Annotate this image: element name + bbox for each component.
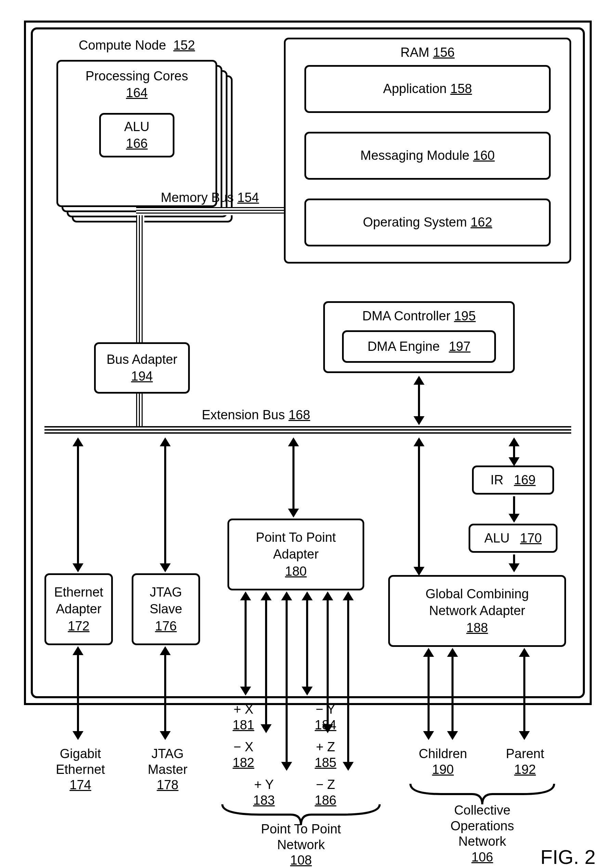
- p2p-adapter-label: Point To Point Adapter: [256, 529, 336, 563]
- collective-network-text: Collective Operations Network: [431, 803, 534, 849]
- alu2-label: ALU: [484, 530, 510, 547]
- ext-to-p2p-arrow: [292, 445, 294, 510]
- alu2-ref: 170: [520, 530, 542, 547]
- dma-engine-label: DMA Engine: [367, 338, 440, 355]
- extension-bus-ref: 168: [288, 408, 310, 422]
- memory-bus-horizontal: [136, 207, 284, 215]
- application-row: Application 158: [383, 80, 472, 97]
- extension-bus-text: Extension Bus: [202, 408, 285, 422]
- children-text: Children: [419, 747, 467, 761]
- ext-to-jtag-arrow: [164, 445, 166, 565]
- eth-out-arrow: [77, 654, 79, 733]
- dma-engine-box: DMA Engine 197: [342, 330, 496, 363]
- ram-ref: 156: [433, 45, 454, 60]
- parent-ref: 192: [514, 762, 536, 777]
- application-box: Application 158: [305, 65, 551, 113]
- gcn-adapter-box: Global Combining Network Adapter 188: [388, 575, 566, 647]
- gigabit-label: Gigabit Ethernet 174: [51, 746, 110, 793]
- processing-cores-ref: 164: [126, 85, 148, 101]
- processing-cores-label: Processing Cores: [85, 68, 188, 85]
- mx-label: − X182: [233, 739, 254, 770]
- extension-bus-label: Extension Bus 168: [202, 407, 310, 423]
- p2p-mz-arrow: [347, 599, 349, 763]
- operating-system-label: Operating System: [363, 215, 467, 229]
- parent-label: Parent192: [498, 746, 552, 777]
- memory-bus-text: Memory Bus: [161, 190, 234, 205]
- dma-engine-ref: 197: [449, 338, 470, 355]
- dma-to-bus-arrow: [418, 383, 420, 417]
- bus-adapter-to-ext: [136, 394, 145, 426]
- collective-network-ref: 106: [431, 849, 534, 865]
- children-ref: 190: [432, 762, 454, 777]
- p2p-py-arrow: [286, 599, 288, 763]
- alu-to-gcn-arrow: [513, 555, 515, 565]
- ext-to-ir-arrow: [513, 445, 515, 458]
- px-ref: 181: [233, 718, 254, 732]
- my-text: − Y: [316, 702, 335, 716]
- p2p-network-text: Point To Point Network: [246, 821, 356, 852]
- children-label: Children190: [410, 746, 475, 777]
- bus-adapter-label: Bus Adapter: [106, 351, 177, 368]
- pz-ref: 185: [315, 755, 336, 770]
- alu-core-ref: 166: [126, 135, 148, 152]
- ram-label: RAM: [401, 45, 429, 60]
- ethernet-adapter-ref: 172: [68, 618, 89, 635]
- pz-label: + Z185: [315, 739, 336, 770]
- memory-bus-label: Memory Bus 154: [161, 190, 259, 206]
- p2p-px-arrow: [245, 599, 247, 688]
- jtag-master-text: JTAG Master: [138, 746, 196, 777]
- p2p-mx-arrow: [265, 599, 267, 726]
- operating-system-box: Operating System 162: [305, 198, 551, 246]
- collective-network-label: Collective Operations Network 106: [431, 803, 534, 865]
- dma-controller-ref: 195: [454, 309, 475, 323]
- p2p-adapter-box: Point To Point Adapter 180: [228, 518, 364, 591]
- my-ref: 184: [315, 718, 336, 732]
- px-label: + X181: [233, 702, 254, 733]
- jtag-master-ref: 178: [138, 777, 196, 793]
- alu-core-label: ALU: [124, 118, 149, 135]
- bus-adapter-box: Bus Adapter 194: [94, 342, 190, 394]
- compute-node-label: Compute Node 152: [79, 38, 195, 54]
- my-label: − Y184: [315, 702, 336, 733]
- mx-ref: 182: [233, 755, 254, 770]
- ir-ref: 169: [514, 472, 536, 488]
- parent-text: Parent: [506, 747, 544, 761]
- memory-bus-vertical: [136, 207, 145, 342]
- p2p-network-label: Point To Point Network 108: [246, 821, 356, 868]
- px-text: + X: [234, 702, 253, 716]
- operating-system-ref: 162: [471, 215, 492, 229]
- alu-core-box: ALU 166: [99, 113, 174, 158]
- gcn-child2-arrow: [451, 655, 454, 733]
- mz-text: − Z: [316, 777, 335, 792]
- ethernet-adapter-box: Ethernet Adapter 172: [44, 573, 113, 645]
- gigabit-ref: 174: [51, 777, 110, 793]
- py-text: + Y: [254, 777, 273, 792]
- messaging-module-ref: 160: [473, 148, 495, 162]
- os-row: Operating System 162: [363, 214, 492, 231]
- compute-node-ref: 152: [173, 38, 195, 52]
- dma-controller-row: DMA Controller 195: [362, 308, 476, 325]
- gigabit-text: Gigabit Ethernet: [51, 746, 110, 777]
- ext-to-gcn-arrow: [418, 445, 420, 568]
- ram-header: RAM 156: [401, 44, 454, 61]
- bus-adapter-ref: 194: [131, 368, 152, 385]
- ir-box: IR 169: [472, 465, 554, 495]
- jtag-slave-box: JTAG Slave 176: [132, 573, 200, 645]
- jtag-master-label: JTAG Master 178: [138, 746, 196, 793]
- alu2-box: ALU 170: [468, 524, 558, 553]
- dma-controller-label: DMA Controller: [362, 309, 451, 323]
- messaging-module-box: Messaging Module 160: [305, 132, 551, 180]
- messaging-row: Messaging Module 160: [360, 147, 495, 164]
- gcn-child1-arrow: [427, 655, 430, 733]
- jtag-slave-ref: 176: [155, 618, 176, 635]
- application-ref: 158: [451, 82, 472, 96]
- gcn-parent-arrow: [523, 655, 525, 733]
- figure-label: FIG. 2: [541, 845, 596, 868]
- p2p-my-arrow: [306, 599, 308, 688]
- p2p-network-ref: 108: [246, 852, 356, 868]
- jtag-slave-label: JTAG Slave: [149, 584, 182, 618]
- p2p-adapter-ref: 180: [285, 563, 306, 580]
- ext-to-eth-arrow: [77, 445, 79, 565]
- ethernet-adapter-label: Ethernet Adapter: [54, 584, 103, 618]
- gcn-adapter-label: Global Combining Network Adapter: [426, 586, 529, 619]
